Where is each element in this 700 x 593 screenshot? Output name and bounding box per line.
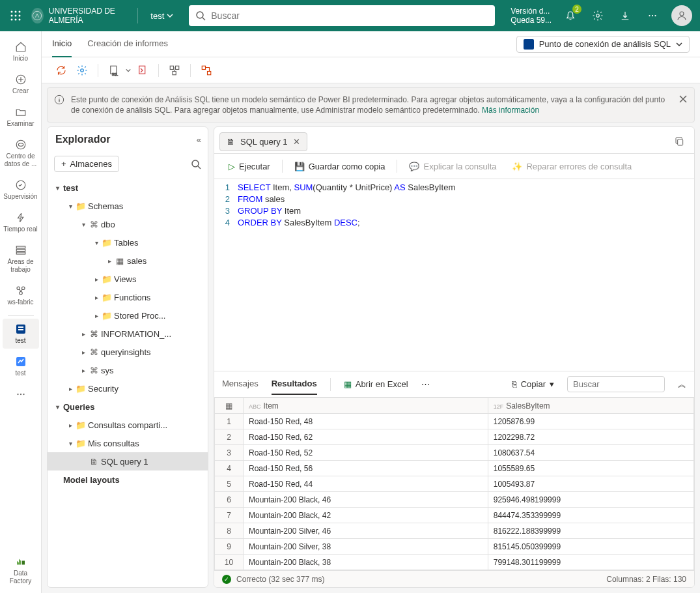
- more-button[interactable]: [644, 7, 661, 24]
- rail-create[interactable]: Crear: [3, 69, 39, 99]
- svg-point-8: [19, 19, 21, 21]
- col-header-sales[interactable]: 12FSalesByItem: [488, 398, 693, 414]
- search-input[interactable]: [189, 5, 495, 26]
- rail-browse[interactable]: Examinar: [3, 102, 39, 132]
- messages-tab[interactable]: Mensajes: [222, 373, 259, 395]
- svg-rect-41: [202, 66, 205, 69]
- tree-functions[interactable]: ▸📁Functions: [48, 288, 208, 306]
- chevron-right-icon: ▸: [79, 367, 88, 374]
- rail-home[interactable]: Inicio: [3, 36, 39, 66]
- table-row[interactable]: 6Mountain-200 Black, 46925946.498199999: [215, 492, 694, 508]
- chat-icon: 💬: [409, 162, 419, 171]
- notifications-button[interactable]: 2: [562, 7, 579, 24]
- col-header-item[interactable]: ABCItem: [244, 398, 488, 414]
- tab-home[interactable]: Inicio: [52, 31, 72, 57]
- tree-sql-query-1[interactable]: 🗎SQL query 1: [48, 452, 208, 470]
- tree-model-layouts[interactable]: Model layouts: [48, 470, 208, 489]
- table-row[interactable]: 7Mountain-200 Black, 42844474.353399999: [215, 508, 694, 523]
- rail-datahub[interactable]: Centro de datos de ...: [3, 134, 39, 172]
- learn-more-link[interactable]: Más información: [482, 106, 539, 115]
- download-button[interactable]: [617, 7, 634, 24]
- settings-button[interactable]: [589, 7, 606, 24]
- svg-point-18: [16, 140, 25, 149]
- tab-reports[interactable]: Creación de informes: [87, 31, 168, 57]
- rail-test-lh[interactable]: test: [3, 351, 39, 381]
- tree-db[interactable]: ▾test: [48, 179, 208, 197]
- new-sql-query-button[interactable]: SQL: [105, 61, 123, 80]
- lakehouse-icon: [15, 355, 27, 368]
- refresh-button[interactable]: [52, 61, 70, 80]
- cell-sales: 1055589.65: [488, 461, 693, 476]
- home-icon: [15, 40, 27, 53]
- workspace-picker[interactable]: test: [150, 11, 173, 21]
- close-banner-button[interactable]: [679, 94, 688, 104]
- open-excel-button[interactable]: ▦Abrir en Excel: [344, 379, 408, 389]
- table-row[interactable]: 10Mountain-200 Black, 38799148.301199999: [215, 555, 694, 570]
- tree-schemas[interactable]: ▾📁Schemas: [48, 197, 208, 215]
- rail-datafactory[interactable]: Data Factory: [3, 551, 39, 590]
- explorer-search-icon[interactable]: [191, 159, 201, 169]
- add-warehouse-button[interactable]: +Almacenes: [54, 156, 119, 172]
- tree-security[interactable]: ▸📁Security: [48, 379, 208, 398]
- manage-model-button[interactable]: [197, 61, 216, 80]
- tree-sprocs[interactable]: ▸📁Stored Proc...: [48, 306, 208, 325]
- table-row[interactable]: 4Road-150 Red, 561055589.65: [215, 461, 694, 476]
- svg-rect-42: [208, 71, 211, 74]
- trial-info[interactable]: Versión d... Queda 59...: [511, 7, 552, 25]
- svg-point-34: [81, 68, 84, 72]
- onelake-icon: [15, 138, 27, 151]
- collapse-explorer-icon[interactable]: «: [197, 135, 201, 145]
- tree-queryinsights[interactable]: ▸⌘queryinsights: [48, 343, 208, 361]
- rail-workspaces[interactable]: Áreas de trabajo: [3, 240, 39, 278]
- row-number: 6: [215, 492, 244, 508]
- rail-monitor[interactable]: Supervisión: [3, 175, 39, 205]
- model-button[interactable]: [165, 61, 184, 80]
- chevron-down-icon[interactable]: [126, 68, 131, 73]
- tree-tables[interactable]: ▾📁Tables: [48, 233, 208, 252]
- monitor-icon: [15, 179, 27, 192]
- tree-sys[interactable]: ▸⌘sys: [48, 361, 208, 379]
- rail-test-sql[interactable]: test: [3, 319, 39, 349]
- status-text: Correcto (32 sec 377 ms): [236, 575, 324, 584]
- results-search-input[interactable]: [567, 376, 665, 392]
- table-row[interactable]: 8Mountain-200 Silver, 46816222.188399999: [215, 523, 694, 539]
- tree-infoschema[interactable]: ▸⌘INFORMATION_...: [48, 325, 208, 343]
- tree-dbo[interactable]: ▾⌘dbo: [48, 215, 208, 233]
- rail-ws-fabric[interactable]: ws-fabric: [3, 280, 39, 310]
- global-search: [189, 5, 495, 26]
- results-more-button[interactable]: ⋯: [421, 379, 430, 389]
- save-copy-button[interactable]: 💾Guardar como copia: [288, 159, 392, 174]
- endpoint-switcher[interactable]: Punto de conexión de análisis SQL: [516, 36, 690, 53]
- run-button[interactable]: ▷Ejecutar: [222, 159, 277, 174]
- copy-button[interactable]: ⎘Copiar▾: [512, 379, 554, 389]
- schema-icon: ⌘: [88, 347, 100, 357]
- close-tab-icon[interactable]: ✕: [293, 137, 300, 147]
- schema-icon: ⌘: [88, 366, 100, 375]
- table-row[interactable]: 1Road-150 Red, 481205876.99: [215, 414, 694, 429]
- table-row[interactable]: 9Mountain-200 Silver, 38815145.050399999: [215, 539, 694, 555]
- results-tab[interactable]: Resultados: [272, 373, 317, 395]
- rail-more[interactable]: [3, 384, 39, 405]
- settings-gear-button[interactable]: [73, 61, 91, 80]
- user-avatar[interactable]: [671, 5, 692, 26]
- table-row[interactable]: 2Road-150 Red, 621202298.72: [215, 429, 694, 445]
- tree-shared-queries[interactable]: ▸📁Consultas comparti...: [48, 416, 208, 434]
- chevron-down-icon: ▾: [79, 221, 88, 228]
- visual-query-button[interactable]: [133, 61, 152, 80]
- editor-tab-sql1[interactable]: 🗎 SQL query 1 ✕: [219, 132, 307, 151]
- code-editor[interactable]: 1SELECT Item, SUM(Quantity * UnitPrice) …: [214, 179, 694, 371]
- collapse-results-icon[interactable]: ︽: [678, 379, 686, 390]
- chevron-right-icon: ▸: [66, 422, 75, 429]
- table-row[interactable]: 5Road-150 Red, 441005493.87: [215, 476, 694, 492]
- table-row[interactable]: 3Road-150 Red, 521080637.54: [215, 445, 694, 461]
- rail-realtime[interactable]: Tiempo real: [3, 207, 39, 237]
- tree-queries[interactable]: ▾Queries: [48, 398, 208, 416]
- tree-views[interactable]: ▸📁Views: [48, 270, 208, 288]
- tree-table-sales[interactable]: ▸▦sales: [48, 252, 208, 270]
- datafactory-icon: [15, 555, 27, 568]
- svg-point-46: [192, 160, 199, 167]
- tree-my-queries[interactable]: ▾📁Mis consultas: [48, 434, 208, 452]
- workspace-item-icon: [15, 284, 27, 297]
- copy-tabs-button[interactable]: [671, 132, 689, 151]
- app-launcher[interactable]: [8, 8, 23, 23]
